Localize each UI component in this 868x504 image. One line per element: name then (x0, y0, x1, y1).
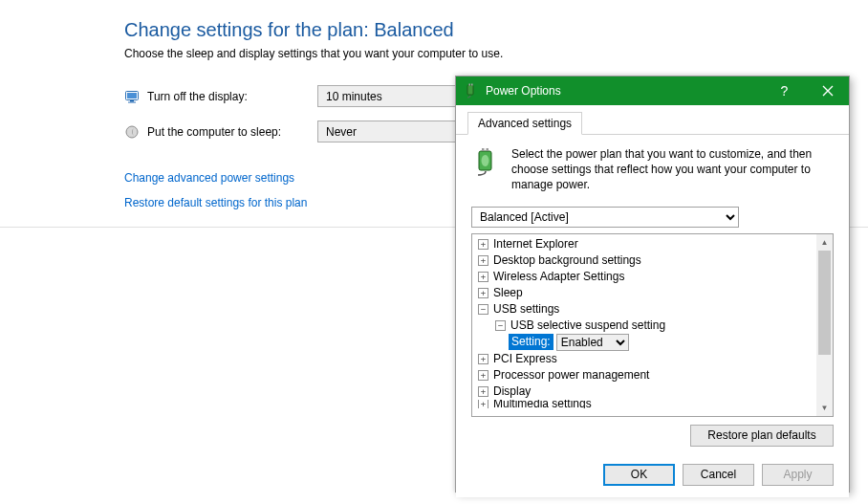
scroll-up-icon[interactable]: ▲ (816, 234, 833, 251)
page-title: Change settings for the plan: Balanced (124, 19, 868, 41)
svg-rect-3 (128, 101, 136, 102)
apply-button: Apply (762, 464, 834, 486)
svg-rect-2 (130, 100, 134, 102)
svg-rect-9 (482, 148, 485, 151)
restore-defaults-link[interactable]: Restore default settings for this plan (124, 196, 307, 209)
help-button[interactable]: ? (763, 77, 806, 105)
tree-item-usb-settings[interactable]: − USB settings (474, 301, 814, 318)
cancel-button[interactable]: Cancel (683, 464, 754, 486)
dialog-title: Power Options (486, 84, 763, 98)
expand-icon[interactable]: + (478, 288, 488, 298)
scroll-track[interactable] (816, 251, 833, 400)
svg-point-11 (482, 155, 489, 166)
tree-item-internet-explorer[interactable]: + Internet Explorer (474, 236, 814, 252)
power-plan-select[interactable]: Balanced [Active] (471, 207, 739, 228)
svg-rect-5 (467, 85, 473, 95)
expand-icon[interactable]: + (478, 354, 488, 364)
collapse-icon[interactable]: − (478, 304, 488, 315)
svg-rect-6 (469, 84, 471, 86)
tree-item-wireless-adapter[interactable]: + Wireless Adapter Settings (474, 269, 814, 285)
expand-icon[interactable]: + (478, 400, 488, 408)
tab-advanced-settings[interactable]: Advanced settings (467, 112, 582, 135)
scroll-down-icon[interactable]: ▼ (816, 400, 833, 416)
expand-icon[interactable]: + (478, 272, 488, 282)
close-button[interactable] (806, 77, 849, 105)
svg-rect-1 (127, 93, 137, 99)
tab-strip: Advanced settings (456, 105, 849, 135)
power-options-icon (464, 83, 479, 99)
expand-icon[interactable]: + (478, 239, 488, 250)
expand-icon[interactable]: + (478, 255, 488, 266)
setting-value-select[interactable]: Enabled (556, 334, 629, 351)
scroll-thumb[interactable] (818, 251, 831, 355)
turn-off-display-label: Turn off the display: (147, 90, 317, 103)
tree-item-processor[interactable]: + Processor power management (474, 367, 814, 383)
dialog-button-row: OK Cancel Apply (456, 454, 849, 497)
ok-button[interactable]: OK (603, 464, 675, 486)
collapse-icon[interactable]: − (495, 320, 506, 331)
expand-icon[interactable]: + (478, 386, 488, 397)
sleep-label: Put the computer to sleep: (147, 125, 317, 139)
svg-rect-10 (487, 148, 489, 151)
tree-item-multimedia[interactable]: + Multimedia settings (474, 400, 814, 408)
dialog-description: Select the power plan that you want to c… (511, 146, 834, 193)
tree-scrollbar[interactable]: ▲ ▼ (816, 234, 833, 416)
setting-label: Setting: (509, 334, 553, 350)
restore-plan-defaults-button[interactable]: Restore plan defaults (690, 425, 834, 447)
power-options-dialog: Power Options ? Advanced settings Select… (455, 76, 850, 493)
tree-item-pci-express[interactable]: + PCI Express (474, 351, 814, 367)
svg-rect-7 (471, 84, 473, 86)
display-icon (124, 89, 140, 104)
moon-icon (124, 124, 140, 140)
change-advanced-link[interactable]: Change advanced power settings (124, 171, 294, 185)
settings-tree: + Internet Explorer + Desktop background… (471, 233, 834, 417)
tree-item-setting-row: Setting: Enabled (474, 334, 814, 351)
page-subtitle: Choose the sleep and display settings th… (124, 47, 868, 60)
expand-icon[interactable]: + (478, 370, 488, 381)
tree-item-display[interactable]: + Display (474, 383, 814, 400)
tree-item-sleep[interactable]: + Sleep (474, 285, 814, 301)
dialog-description-row: Select the power plan that you want to c… (471, 146, 834, 193)
battery-plug-icon (471, 146, 502, 177)
dialog-titlebar: Power Options ? (456, 77, 849, 105)
tree-item-usb-selective-suspend[interactable]: − USB selective suspend setting (474, 318, 814, 334)
tree-item-desktop-background[interactable]: + Desktop background settings (474, 252, 814, 269)
